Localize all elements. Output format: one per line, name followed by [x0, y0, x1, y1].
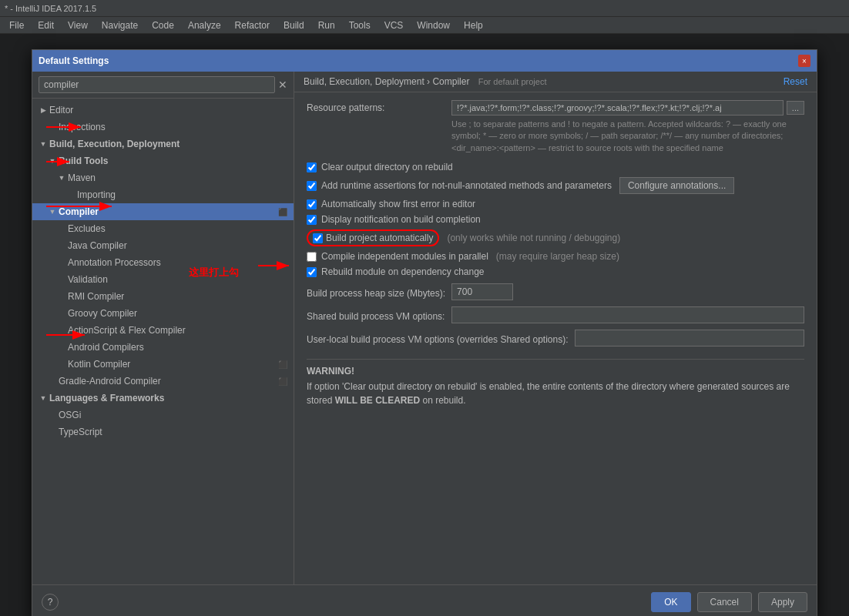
tree-label-maven: Maven: [68, 172, 287, 183]
tree-item-java-compiler[interactable]: Java Compiler: [32, 237, 294, 254]
shared-vm-input[interactable]: [451, 306, 804, 323]
search-container: ✕: [32, 72, 294, 99]
display-notification-checkbox[interactable]: [307, 215, 317, 225]
build-auto-checkbox[interactable]: [313, 233, 323, 243]
warning-text: If option 'Clear output directory on reb…: [307, 380, 804, 407]
tree-arrow-compiler: ▼: [48, 208, 57, 216]
tree-item-editor[interactable]: ▶ Editor: [32, 102, 294, 119]
cancel-button[interactable]: Cancel: [697, 592, 752, 612]
add-runtime-label: Add runtime assertions for not-null-anno…: [321, 180, 612, 191]
tree-label-annotation-processors: Annotation Processors: [68, 257, 287, 268]
search-input[interactable]: [39, 76, 275, 93]
tree-item-groovy-compiler[interactable]: Groovy Compiler: [32, 305, 294, 322]
tree-copy-icon-compiler: ⬛: [278, 208, 287, 216]
reset-button[interactable]: Reset: [784, 76, 807, 87]
clear-output-checkbox[interactable]: [307, 162, 317, 172]
tree-label-kotlin-compiler: Kotlin Compiler: [68, 359, 275, 370]
tree-item-rmi-compiler[interactable]: RMI Compiler: [32, 288, 294, 305]
menu-navigate[interactable]: Navigate: [96, 18, 144, 32]
tree-arrow-editor: ▶: [39, 106, 48, 114]
menu-code[interactable]: Code: [146, 18, 180, 32]
user-vm-label: User-local build process VM options (ove…: [307, 332, 569, 345]
left-panel: ✕ ▶ Editor Inspections: [32, 72, 294, 584]
tree-item-actionscript[interactable]: ActionScript & Flex Compiler: [32, 322, 294, 339]
tree-item-compiler[interactable]: ▼ Compiler ⬛: [32, 203, 294, 220]
hint-text: Use ; to separate patterns and ! to nega…: [451, 119, 787, 152]
tree-item-build-exec[interactable]: ▼ Build, Execution, Deployment: [32, 136, 294, 152]
rebuild-module-label: Rebuild module on dependency change: [321, 266, 485, 277]
configure-annotations-button[interactable]: Configure annotations...: [619, 177, 734, 194]
tree-item-gradle-android[interactable]: Gradle-Android Compiler ⬛: [32, 373, 294, 390]
breadcrumb-scope: For default project: [478, 77, 547, 86]
tree-arrow-lang-frameworks: ▼: [39, 394, 48, 402]
checkbox-clear-output: Clear output directory on rebuild: [307, 162, 804, 172]
clear-output-label: Clear output directory on rebuild: [321, 162, 453, 172]
compile-parallel-checkbox[interactable]: [307, 252, 317, 262]
breadcrumb-path: Build, Execution, Deployment › Compiler: [304, 76, 469, 87]
tree-label-java-compiler: Java Compiler: [68, 240, 287, 251]
resource-patterns-input[interactable]: [451, 100, 784, 116]
tree-label-excludes: Excludes: [68, 223, 287, 234]
display-notification-label: Display notification on build completion: [321, 214, 481, 225]
tree-label-android-compilers: Android Compilers: [68, 342, 287, 353]
tree-item-annotation-processors[interactable]: Annotation Processors: [32, 254, 294, 271]
tree-item-android-compilers[interactable]: Android Compilers: [32, 339, 294, 356]
menu-vcs[interactable]: VCS: [378, 18, 410, 32]
ok-button[interactable]: OK: [651, 592, 690, 612]
menu-window[interactable]: Window: [411, 18, 456, 32]
tree-item-importing[interactable]: Importing: [32, 186, 294, 203]
tree-item-inspections[interactable]: Inspections: [32, 119, 294, 136]
build-auto-note: (only works while not running / debuggin…: [447, 233, 620, 243]
right-header: Build, Execution, Deployment › Compiler …: [294, 72, 817, 92]
checkbox-add-runtime: Add runtime assertions for not-null-anno…: [307, 177, 804, 194]
tree-item-lang-frameworks[interactable]: ▼ Languages & Frameworks: [32, 390, 294, 407]
window-title: * - IntelliJ IDEA 2017.1.5: [5, 4, 96, 13]
tree-item-typescript[interactable]: TypeScript: [32, 424, 294, 440]
tree-item-kotlin-compiler[interactable]: Kotlin Compiler ⬛: [32, 356, 294, 373]
apply-button[interactable]: Apply: [758, 592, 807, 612]
auto-show-checkbox[interactable]: [307, 199, 317, 209]
tree-label-lang-frameworks: Languages & Frameworks: [49, 393, 287, 403]
menu-tools[interactable]: Tools: [343, 18, 377, 32]
menu-help[interactable]: Help: [458, 18, 489, 32]
heap-size-input[interactable]: [451, 283, 513, 300]
menu-analyze[interactable]: Analyze: [182, 18, 227, 32]
menu-view[interactable]: View: [62, 18, 94, 32]
menu-run[interactable]: Run: [312, 18, 341, 32]
menu-edit[interactable]: Edit: [32, 18, 60, 32]
compile-parallel-note: (may require larger heap size): [496, 251, 619, 262]
tree-item-build-tools[interactable]: ▼ Build Tools: [32, 152, 294, 169]
user-vm-input[interactable]: [575, 330, 804, 346]
menu-file[interactable]: File: [3, 18, 30, 32]
title-bar: * - IntelliJ IDEA 2017.1.5: [0, 0, 849, 17]
menu-build[interactable]: Build: [277, 18, 310, 32]
resource-patterns-expand-button[interactable]: ...: [787, 101, 804, 115]
tree-arrow-build-tools: ▼: [48, 157, 57, 165]
tree-label-compiler: Compiler: [59, 206, 275, 217]
tree-copy-icon-kotlin: ⬛: [278, 360, 287, 369]
dialog-close-button[interactable]: ×: [798, 55, 810, 67]
menu-refactor[interactable]: Refactor: [229, 18, 276, 32]
search-clear-button[interactable]: ✕: [278, 79, 287, 91]
build-auto-label: Build project automatically: [326, 233, 433, 243]
tree-arrow-build-exec: ▼: [39, 140, 48, 148]
tree-item-excludes[interactable]: Excludes: [32, 220, 294, 237]
rebuild-module-checkbox[interactable]: [307, 267, 317, 277]
tree-label-inspections: Inspections: [59, 122, 287, 132]
tree-item-osgi[interactable]: OSGi: [32, 407, 294, 424]
resource-patterns-hint: Use ; to separate patterns and ! to nega…: [451, 119, 804, 154]
add-runtime-checkbox[interactable]: [307, 181, 317, 191]
auto-show-label: Automatically show first error in editor: [321, 199, 475, 209]
user-vm-row: User-local build process VM options (ove…: [307, 330, 804, 346]
heap-size-row: Build process heap size (Mbytes):: [307, 283, 804, 300]
dialog-title: Default Settings: [39, 55, 109, 66]
tree-label-typescript: TypeScript: [59, 427, 287, 437]
tree-item-maven[interactable]: ▼ Maven: [32, 169, 294, 186]
settings-tree: ▶ Editor Inspections ▼ Build, Execution,…: [32, 99, 294, 584]
help-button[interactable]: ?: [42, 594, 59, 611]
tree-copy-icon-gradle: ⬛: [278, 377, 287, 386]
shared-vm-row: Shared build process VM options:: [307, 306, 804, 323]
checkbox-auto-show: Automatically show first error in editor: [307, 199, 804, 209]
tree-item-validation[interactable]: Validation: [32, 271, 294, 288]
settings-dialog: Default Settings × ✕ ▶ Editor: [32, 49, 817, 616]
